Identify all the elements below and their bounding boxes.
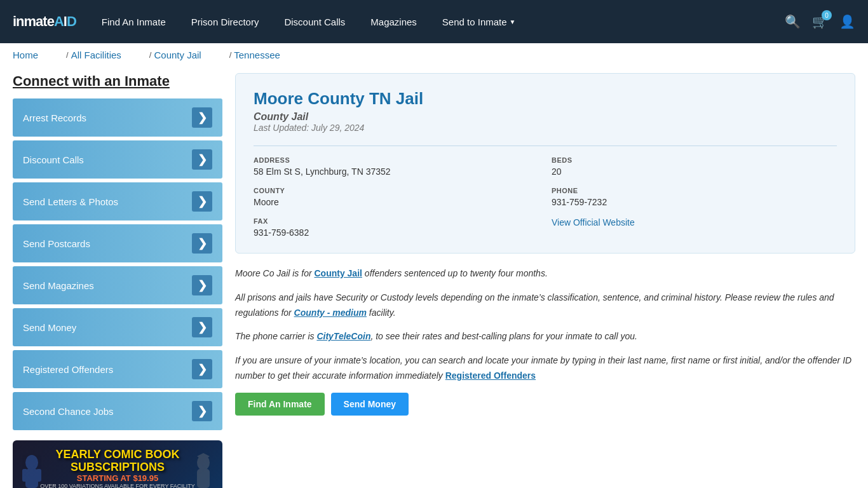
facility-description: Moore Co Jail is for County Jail offende… [235,266,855,416]
county-value: Moore [254,197,539,207]
sidebar-btn-send-postcards[interactable]: Send Postcards ❯ [13,224,222,262]
search-icon[interactable]: 🔍 [785,14,801,29]
county-cell: COUNTY Moore [254,187,539,207]
nav-prison-directory[interactable]: Prison Directory [191,17,259,27]
phone-label: PHONE [552,187,837,194]
address-value: 58 Elm St S, Lynchburg, TN 37352 [254,166,539,177]
address-label: ADDRESS [254,156,539,164]
website-cell: View Official Website [552,217,837,238]
logo-text: inmateAID [13,13,76,30]
breadcrumb-all-facilities[interactable]: All Facilities [71,50,121,60]
header-icons: 🔍 🛒 0 👤 [785,14,855,29]
nav-send-to-inmate[interactable]: Send to Inmate ▼ [442,17,516,27]
sidebar-heading: Connect with an Inmate [13,73,222,90]
action-buttons: Find An Inmate Send Money [235,393,855,416]
nav-discount-calls[interactable]: Discount Calls [284,17,345,27]
facility-card: Moore County TN Jail County Jail Last Up… [235,73,855,254]
sidebar-btn-send-money[interactable]: Send Money ❯ [13,308,222,346]
sidebar-arrow-icon: ❯ [192,275,212,295]
sidebar-arrow-icon: ❯ [192,317,212,337]
sidebar-arrow-icon: ❯ [192,107,212,128]
svg-point-0 [25,455,38,470]
facility-type: County Jail [254,111,837,123]
facility-updated: Last Updated: July 29, 2024 [254,123,837,133]
send-money-btn[interactable]: Send Money [331,393,409,416]
fax-value: 931-759-6382 [254,227,539,238]
breadcrumb-sep2: / [149,50,152,60]
site-header: inmateAID Find An Inmate Prison Director… [0,0,868,43]
breadcrumb-tennessee[interactable]: Tennessee [234,50,280,60]
fax-cell: FAX 931-759-6382 [254,217,539,238]
beds-label: BEDS [552,156,837,164]
phone-cell: PHONE 931-759-7232 [552,187,837,207]
desc-para4: If you are unsure of your inmate’s locat… [235,353,855,384]
sidebar: Connect with an Inmate Arrest Records ❯ … [13,73,222,488]
dropdown-arrow-icon: ▼ [510,18,516,25]
desc-para1-post: offenders sentenced up to twenty four mo… [362,268,548,278]
desc-para2-post: facility. [367,308,396,318]
beds-cell: BEDS 20 [552,156,837,177]
desc-para4-text: If you are unsure of your inmate’s locat… [235,355,851,381]
fax-label: FAX [254,217,539,225]
cart-badge: 0 [822,10,832,20]
address-cell: ADDRESS 58 Elm St S, Lynchburg, TN 37352 [254,156,539,177]
beds-value: 20 [552,166,837,177]
phone-value: 931-759-7232 [552,197,837,207]
sidebar-btn-second-chance[interactable]: Second Chance Jobs ❯ [13,392,222,430]
breadcrumb-sep1: / [66,50,69,60]
main-container: Connect with an Inmate Arrest Records ❯ … [0,67,868,488]
user-icon[interactable]: 👤 [839,14,855,29]
breadcrumb-sep3: / [229,50,232,60]
county-jail-link[interactable]: County Jail [314,268,362,278]
desc-para1: Moore Co Jail is for County Jail offende… [235,266,855,281]
sidebar-btn-discount-calls[interactable]: Discount Calls ❯ [13,140,222,179]
breadcrumb-county-jail[interactable]: County Jail [154,50,201,60]
nav-magazines[interactable]: Magazines [370,17,417,27]
registered-offenders-link[interactable]: Registered Offenders [445,370,536,381]
content-area: Moore County TN Jail County Jail Last Up… [235,73,855,488]
info-grid: ADDRESS 58 Elm St S, Lynchburg, TN 37352… [254,146,837,238]
county-label: COUNTY [254,187,539,194]
facility-name: Moore County TN Jail [254,89,837,109]
nav-find-inmate[interactable]: Find An Inmate [102,17,166,27]
citytelecoin-link[interactable]: CityTeleCoin [316,331,370,341]
find-inmate-btn[interactable]: Find An Inmate [235,393,325,416]
sidebar-arrow-icon: ❯ [192,401,212,421]
ad-banner-note: OVER 100 VARIATIONS AVAILABLE FOR EVERY … [40,483,195,488]
sidebar-arrow-icon: ❯ [192,149,212,170]
ad-banner[interactable]: YEARLY COMIC BOOKSUBSCRIPTIONS STARTING … [13,440,222,488]
cart-icon[interactable]: 🛒 0 [812,14,828,29]
svg-rect-3 [36,469,41,482]
svg-rect-2 [22,469,27,482]
desc-para3-pre: The phone carrier is [235,331,316,341]
ad-banner-price: STARTING AT $19.95 [77,473,158,483]
ad-banner-title: YEARLY COMIC BOOKSUBSCRIPTIONS [55,449,179,474]
sidebar-btn-arrest-records[interactable]: Arrest Records ❯ [13,98,222,137]
main-nav: Find An Inmate Prison Directory Discount… [102,17,785,27]
desc-para3: The phone carrier is CityTeleCoin, to se… [235,329,855,344]
sidebar-arrow-icon: ❯ [192,233,212,254]
svg-rect-5 [197,469,210,488]
breadcrumb: Home / All Facilities / County Jail / Te… [0,43,868,67]
desc-para2: All prisons and jails have Security or C… [235,290,855,321]
desc-para3-post: , to see their rates and best-calling pl… [370,331,637,341]
sidebar-btn-send-magazines[interactable]: Send Magazines ❯ [13,266,222,304]
sidebar-arrow-icon: ❯ [192,359,212,379]
sidebar-arrow-icon: ❯ [192,191,212,212]
sidebar-btn-registered-offenders[interactable]: Registered Offenders ❯ [13,350,222,388]
view-official-website-link[interactable]: View Official Website [552,217,635,227]
county-medium-link[interactable]: County - medium [294,308,367,318]
logo[interactable]: inmateAID [13,13,76,30]
breadcrumb-home[interactable]: Home [13,50,38,60]
desc-para1-pre: Moore Co Jail is for [235,268,314,278]
sidebar-btn-send-letters[interactable]: Send Letters & Photos ❯ [13,182,222,220]
